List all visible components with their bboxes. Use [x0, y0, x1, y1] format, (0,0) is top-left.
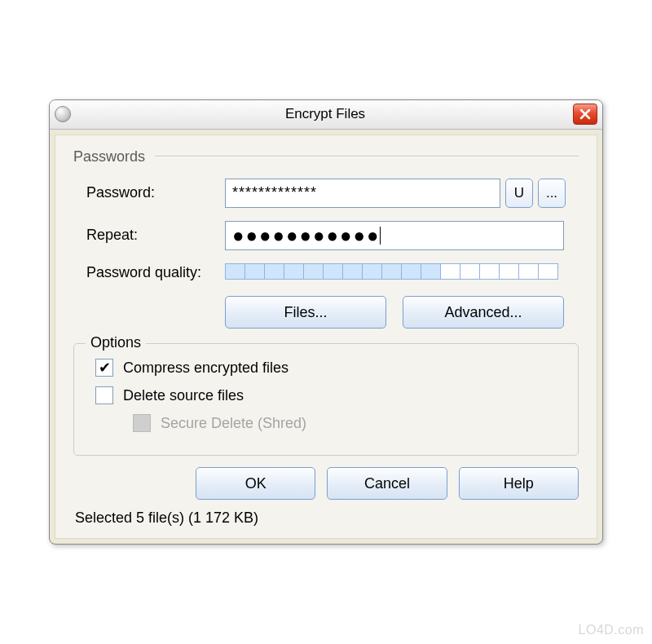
- quality-segment: [421, 263, 441, 280]
- quality-segment: [401, 263, 421, 280]
- action-buttons: OK Cancel Help: [73, 467, 579, 500]
- encrypt-files-dialog: Encrypt Files Passwords Password: U ... …: [49, 99, 603, 545]
- text-cursor-icon: [380, 227, 381, 245]
- quality-segment: [460, 263, 480, 280]
- compress-label: Compress encrypted files: [123, 359, 289, 377]
- close-icon: [579, 108, 591, 120]
- quality-segment: [244, 263, 265, 280]
- section-divider: [155, 156, 579, 157]
- status-text: Selected 5 file(s) (1 172 KB): [73, 509, 579, 527]
- repeat-label: Repeat:: [86, 227, 225, 244]
- watermark: LO4D.com: [579, 623, 644, 637]
- password-quality-meter: [225, 263, 557, 280]
- passwords-section-header: Passwords: [73, 148, 579, 165]
- quality-segment: [499, 263, 519, 280]
- close-button[interactable]: [573, 104, 597, 125]
- window-title: Encrypt Files: [77, 106, 573, 122]
- password-label: Password:: [86, 184, 225, 201]
- repeat-input[interactable]: ●●●●●●●●●●●: [225, 221, 564, 250]
- dialog-content: Passwords Password: U ... Repeat: ●●●●●●…: [55, 135, 597, 540]
- quality-segment: [362, 263, 382, 280]
- mid-buttons: Files... Advanced...: [73, 296, 579, 329]
- delete-row: Delete source files: [90, 386, 562, 404]
- password-input[interactable]: [225, 179, 500, 208]
- quality-segment: [264, 263, 284, 280]
- quality-segment: [303, 263, 324, 280]
- quality-segment: [284, 263, 304, 280]
- quality-segment: [518, 263, 539, 280]
- quality-segment: [225, 263, 245, 280]
- password-row: Password: U ...: [73, 179, 579, 208]
- quality-segment: [323, 263, 343, 280]
- compress-row: ✔ Compress encrypted files: [90, 359, 562, 377]
- quality-row: Password quality:: [73, 263, 579, 282]
- cancel-button[interactable]: Cancel: [327, 467, 447, 500]
- secure-delete-checkbox: [133, 414, 151, 432]
- options-title: Options: [86, 334, 146, 351]
- quality-segment: [479, 263, 500, 280]
- advanced-button[interactable]: Advanced...: [403, 296, 564, 329]
- delete-source-checkbox[interactable]: [95, 386, 113, 404]
- help-button[interactable]: Help: [459, 467, 579, 500]
- quality-segment: [538, 263, 558, 280]
- files-button[interactable]: Files...: [225, 296, 386, 329]
- quality-segment: [381, 263, 402, 280]
- ok-button[interactable]: OK: [196, 467, 315, 500]
- system-menu-icon[interactable]: [55, 106, 71, 122]
- titlebar[interactable]: Encrypt Files: [50, 100, 602, 130]
- compress-checkbox[interactable]: ✔: [95, 359, 113, 377]
- unmask-button[interactable]: U: [505, 179, 533, 208]
- browse-button[interactable]: ...: [538, 179, 566, 208]
- quality-segment: [342, 263, 363, 280]
- repeat-value: ●●●●●●●●●●●: [232, 224, 380, 247]
- quality-segment: [440, 263, 460, 280]
- passwords-title: Passwords: [73, 148, 145, 165]
- quality-label: Password quality:: [86, 263, 225, 282]
- shred-row: Secure Delete (Shred): [90, 414, 562, 432]
- delete-source-label: Delete source files: [123, 387, 244, 404]
- repeat-row: Repeat: ●●●●●●●●●●●: [73, 221, 579, 250]
- secure-delete-label: Secure Delete (Shred): [161, 415, 306, 432]
- options-group: Options ✔ Compress encrypted files Delet…: [73, 343, 579, 456]
